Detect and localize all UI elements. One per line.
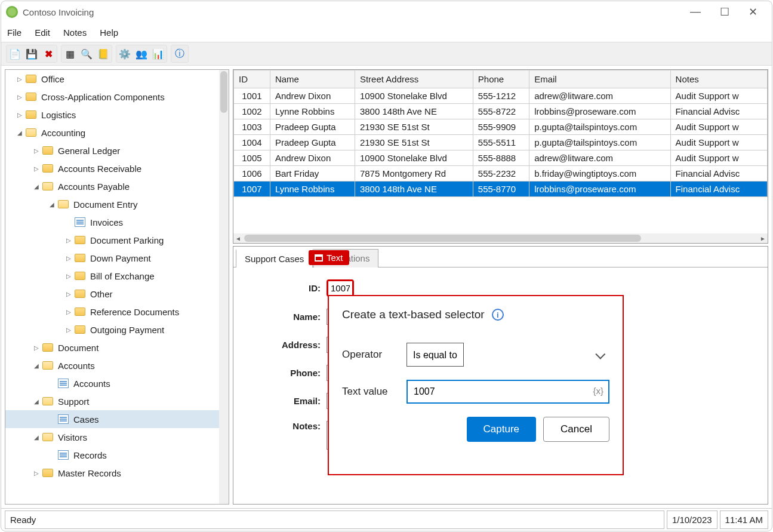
table-row[interactable]: 1004Pradeep Gupta21930 SE 51st St555-551… xyxy=(234,135,768,150)
textvalue-input[interactable] xyxy=(406,380,609,404)
grid-icon[interactable]: ▦ xyxy=(63,47,77,61)
expand-arrow-icon[interactable]: ▷ xyxy=(33,165,40,172)
minimize-button[interactable]: — xyxy=(690,5,701,19)
tree-item[interactable]: ▷Reference Documents xyxy=(5,303,229,321)
tree-item[interactable]: ◢Support xyxy=(5,392,229,410)
expand-arrow-icon[interactable]: ▷ xyxy=(65,255,72,262)
column-header[interactable]: Phone xyxy=(473,70,529,88)
tree-item[interactable]: Records xyxy=(5,446,229,464)
settings-icon[interactable]: ⚙️ xyxy=(118,47,132,61)
table-cell: 1005 xyxy=(234,150,270,166)
tree-item[interactable]: ▷General Ledger xyxy=(5,142,229,159)
tree-item[interactable]: ▷Outgoing Payment xyxy=(5,321,229,339)
tree-item-label: Records xyxy=(73,450,107,460)
tree-item[interactable]: ▷Logistics xyxy=(5,106,229,124)
table-cell: 1004 xyxy=(234,135,270,150)
expand-arrow-icon[interactable]: ◢ xyxy=(33,183,40,190)
table-row[interactable]: 1003Pradeep Gupta21930 SE 51st St555-990… xyxy=(234,119,768,135)
table-row[interactable]: 1001Andrew Dixon10900 Stonelake Blvd555-… xyxy=(234,88,768,104)
tab-support-cases[interactable]: Support Cases xyxy=(236,249,313,267)
expand-arrow-icon[interactable]: ◢ xyxy=(33,434,40,441)
table-cell: 555-9909 xyxy=(473,119,529,135)
operator-select[interactable]: Is equal to xyxy=(406,343,464,367)
popup-info-icon[interactable]: i xyxy=(492,309,504,321)
table-row[interactable]: 1002Lynne Robbins3800 148th Ave NE555-87… xyxy=(234,104,768,119)
search-icon[interactable]: 🔍 xyxy=(79,47,94,61)
menu-notes[interactable]: Notes xyxy=(63,27,87,38)
column-header[interactable]: Email xyxy=(529,70,670,88)
menu-edit[interactable]: Edit xyxy=(35,27,50,38)
expand-arrow-icon[interactable]: ▷ xyxy=(65,237,72,244)
tree-item[interactable]: ◢Accounts xyxy=(5,356,229,374)
expand-arrow-icon[interactable]: ▷ xyxy=(65,291,72,297)
tree-item[interactable]: ▷Down Payment xyxy=(5,249,229,267)
tree-item[interactable]: ▷Accounts Receivable xyxy=(5,159,229,177)
menu-file[interactable]: File xyxy=(7,27,21,38)
note-icon[interactable]: 📒 xyxy=(96,47,110,61)
new-icon[interactable]: 📄 xyxy=(8,47,22,61)
table-cell: 555-2232 xyxy=(473,166,529,182)
table-row[interactable]: 1005Andrew Dixon10900 Stonelake Blvd555-… xyxy=(234,150,768,166)
column-header[interactable]: ID xyxy=(234,70,270,88)
popup-title: Create a text-based selector xyxy=(342,308,485,321)
tree-item[interactable]: ◢Accounts Payable xyxy=(5,177,229,195)
expand-arrow-icon[interactable]: ▷ xyxy=(33,470,40,476)
maximize-button[interactable]: ☐ xyxy=(720,5,729,19)
tree-item[interactable]: ▷Master Records xyxy=(5,464,229,482)
column-header[interactable]: Street Address xyxy=(355,70,473,88)
table-row[interactable]: 1006Bart Friday7875 Montgomery Rd555-223… xyxy=(234,166,768,182)
save-icon[interactable]: 💾 xyxy=(24,47,39,61)
tree-item[interactable]: ◢Document Entry xyxy=(5,195,229,213)
tree-item[interactable]: ◢Accounting xyxy=(5,124,229,142)
tree-item[interactable]: Accounts xyxy=(5,374,229,392)
expand-arrow-icon[interactable]: ▷ xyxy=(65,309,72,315)
expand-arrow-icon[interactable]: ▷ xyxy=(33,345,40,351)
tree-item[interactable]: ▷Other xyxy=(5,285,229,303)
tree-item[interactable]: ◢Visitors xyxy=(5,428,229,446)
menu-help[interactable]: Help xyxy=(100,27,118,38)
column-header[interactable]: Notes xyxy=(670,70,767,88)
table-cell: adrew@litware.com xyxy=(529,88,670,104)
expand-arrow-icon[interactable]: ◢ xyxy=(48,201,56,208)
expand-arrow-icon[interactable]: ◢ xyxy=(33,362,40,369)
cancel-button[interactable]: Cancel xyxy=(543,417,609,442)
table-cell: b.friday@wingtiptoys.com xyxy=(529,166,670,182)
table-row[interactable]: 1007Lynne Robbins3800 148th Ave NE555-87… xyxy=(234,182,768,197)
info-icon[interactable]: ⓘ xyxy=(173,47,187,61)
expand-arrow-icon[interactable]: ◢ xyxy=(33,398,40,405)
table-horizontal-scrollbar[interactable]: ◄► xyxy=(233,233,768,243)
tree-item[interactable]: ▷Document xyxy=(5,339,229,356)
table-cell: 1002 xyxy=(234,104,270,119)
tree-item-label: Cases xyxy=(73,414,99,425)
variable-icon[interactable]: {x} xyxy=(593,386,603,396)
tree-item[interactable]: ▷Office xyxy=(5,70,229,88)
textvalue-label: Text value xyxy=(342,386,406,398)
expand-arrow-icon[interactable]: ▷ xyxy=(16,112,23,118)
expand-arrow-icon[interactable]: ▷ xyxy=(65,273,72,279)
excel-icon[interactable]: 📊 xyxy=(151,47,165,61)
close-button[interactable]: ✕ xyxy=(749,5,757,19)
users-icon[interactable]: 👥 xyxy=(134,47,149,61)
folder-icon xyxy=(26,110,36,119)
capture-button[interactable]: Capture xyxy=(467,417,536,442)
tree-item[interactable]: ▷Cross-Application Components xyxy=(5,88,229,106)
expand-arrow-icon[interactable]: ▷ xyxy=(65,327,72,333)
tree-item[interactable]: Cases xyxy=(5,410,229,428)
tree-item[interactable]: Invoices xyxy=(5,213,229,231)
column-header[interactable]: Name xyxy=(270,70,355,88)
expand-arrow-icon[interactable]: ◢ xyxy=(16,130,23,136)
tree-item[interactable]: ▷Document Parking xyxy=(5,231,229,249)
id-field[interactable] xyxy=(328,281,352,295)
delete-icon[interactable]: ✖ xyxy=(41,47,56,61)
tree-item[interactable]: ▷Bill of Exchange xyxy=(5,267,229,285)
window-badge-icon xyxy=(315,254,323,262)
tree-item-label: Outgoing Payment xyxy=(90,325,164,335)
expand-arrow-icon[interactable]: ▷ xyxy=(16,76,23,82)
tree-scrollbar[interactable] xyxy=(219,70,229,504)
tree-item-label: Invoices xyxy=(90,217,123,227)
text-selector-badge[interactable]: Text xyxy=(309,250,349,265)
statusbar: Ready 1/10/2023 11:41 AM xyxy=(1,508,772,531)
expand-arrow-icon[interactable]: ▷ xyxy=(16,94,23,100)
list-icon xyxy=(75,217,85,227)
expand-arrow-icon[interactable]: ▷ xyxy=(33,147,40,154)
